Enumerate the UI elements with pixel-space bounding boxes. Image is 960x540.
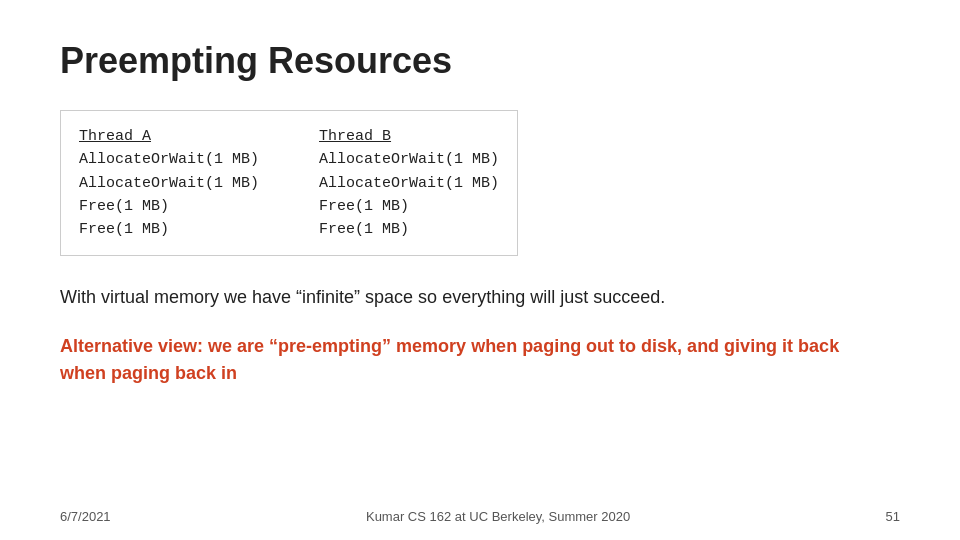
slide: Preempting Resources Thread A AllocateOr… [0,0,960,540]
thread-b-line-3: Free(1 MB) [319,195,499,218]
thread-a-line-3: Free(1 MB) [79,195,259,218]
thread-b-line-4: Free(1 MB) [319,218,499,241]
thread-a-line-4: Free(1 MB) [79,218,259,241]
thread-a-column: Thread A AllocateOrWait(1 MB) AllocateOr… [79,125,259,241]
thread-a-header: Thread A [79,125,259,148]
thread-b-column: Thread B AllocateOrWait(1 MB) AllocateOr… [319,125,499,241]
thread-a-line-2: AllocateOrWait(1 MB) [79,172,259,195]
highlight-text: Alternative view: we are “pre-empting” m… [60,333,880,387]
thread-b-line-1: AllocateOrWait(1 MB) [319,148,499,171]
code-columns: Thread A AllocateOrWait(1 MB) AllocateOr… [60,110,518,256]
footer: 6/7/2021 Kumar CS 162 at UC Berkeley, Su… [60,509,900,524]
footer-course: Kumar CS 162 at UC Berkeley, Summer 2020 [366,509,630,524]
thread-b-header: Thread B [319,125,499,148]
body-text: With virtual memory we have “infinite” s… [60,284,880,311]
thread-a-line-1: AllocateOrWait(1 MB) [79,148,259,171]
slide-title: Preempting Resources [60,40,900,82]
footer-page: 51 [886,509,900,524]
thread-b-line-2: AllocateOrWait(1 MB) [319,172,499,195]
footer-date: 6/7/2021 [60,509,111,524]
